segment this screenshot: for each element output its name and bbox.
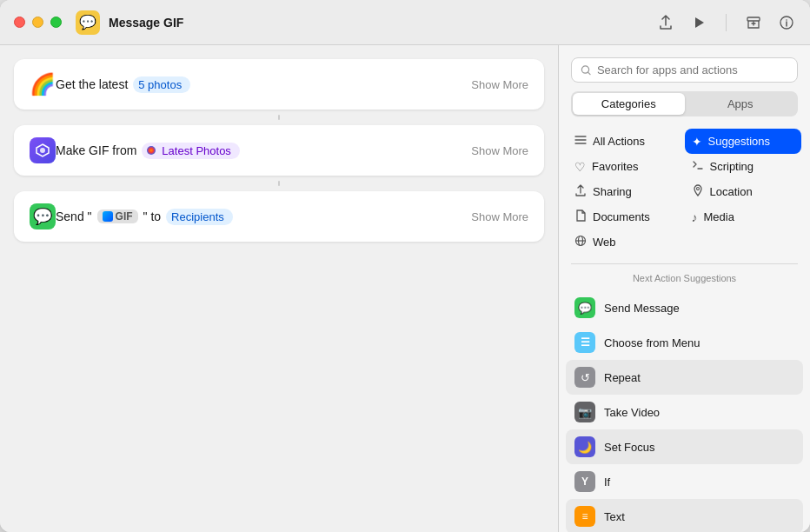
category-all-actions[interactable]: All Actions (568, 129, 685, 154)
info-button[interactable] (777, 13, 796, 32)
action-pill-recipients[interactable]: Recipients (166, 209, 233, 225)
connector-2 (278, 181, 280, 186)
sharing-icon (574, 184, 587, 199)
repeat-label: Repeat (604, 371, 641, 384)
documents-icon (574, 209, 587, 224)
suggestions-title: Next Action Suggestions (566, 268, 803, 290)
app-icon: 💬 (76, 10, 100, 35)
set-focus-label: Set Focus (604, 441, 655, 454)
connector (278, 115, 280, 120)
if-icon: Y (574, 471, 595, 492)
category-media[interactable]: ♪ Media (685, 204, 802, 229)
messages-icon: 💬 (30, 203, 56, 229)
action-text-make: Make GIF from (56, 143, 136, 157)
media-label: Media (704, 210, 734, 223)
svg-rect-0 (747, 17, 760, 21)
action-card-make-gif[interactable]: Make GIF from Latest Photos Show More (14, 125, 544, 176)
all-actions-label: All Actions (593, 135, 645, 148)
right-sidebar: Categories Apps All Actions (558, 45, 810, 532)
search-bar[interactable] (571, 57, 798, 83)
share-button[interactable] (656, 13, 675, 32)
svg-point-2 (786, 19, 787, 21)
main-content: 🌈 Get the latest 5 photos Show More (0, 45, 810, 532)
category-suggestions[interactable]: ✦ Suggestions (685, 129, 802, 154)
category-documents[interactable]: Documents (568, 204, 685, 229)
run-button[interactable] (689, 13, 708, 32)
web-icon (574, 235, 587, 249)
media-icon: ♪ (692, 210, 698, 224)
scripting-label: Scripting (710, 160, 754, 173)
scripting-icon (692, 159, 704, 174)
suggestion-choose-menu[interactable]: ☰ Choose from Menu (566, 325, 803, 360)
suggestion-repeat[interactable]: ↺ Repeat (566, 360, 803, 395)
titlebar: 💬 Message GIF (0, 0, 810, 45)
suggestion-set-focus[interactable]: 🌙 Set Focus (566, 429, 803, 464)
workflow-icon (30, 137, 56, 163)
action-text-send: Send " (56, 209, 92, 223)
sidebar-header: Categories Apps (559, 45, 810, 125)
titlebar-actions (656, 13, 796, 32)
take-video-icon: 📷 (574, 402, 595, 422)
show-more-btn-2[interactable]: Show More (471, 144, 528, 157)
category-toggle: Categories Apps (571, 91, 798, 116)
location-icon (692, 184, 704, 199)
text-icon: ≡ (574, 506, 595, 527)
suggestion-send-message[interactable]: 💬 Send Message (566, 290, 803, 325)
show-more-btn[interactable]: Show More (471, 78, 528, 91)
web-label: Web (593, 236, 616, 249)
divider (726, 14, 727, 31)
if-label: If (604, 475, 610, 489)
action-pill-latest[interactable]: Latest Photos (142, 143, 240, 159)
minimize-button[interactable] (32, 17, 43, 28)
category-favorites[interactable]: ♡ Favorites (568, 154, 685, 179)
photos-icon: 🌈 (30, 71, 56, 97)
action-card-send[interactable]: 💬 Send " GIF " to Recipients Show More (14, 191, 544, 242)
action-content-send: Send " GIF " to Recipients (56, 209, 471, 225)
action-text: Get the latest (56, 77, 128, 91)
action-card-get-latest[interactable]: 🌈 Get the latest 5 photos Show More (14, 59, 544, 110)
documents-label: Documents (593, 210, 650, 223)
maximize-button[interactable] (50, 17, 62, 28)
search-icon (581, 64, 592, 76)
category-web[interactable]: Web (568, 229, 685, 255)
all-actions-icon (574, 134, 587, 149)
main-window: 💬 Message GIF (0, 0, 810, 532)
repeat-icon: ↺ (574, 367, 595, 388)
sharing-label: Sharing (593, 185, 632, 198)
favorites-icon: ♡ (574, 160, 586, 174)
send-message-icon: 💬 (574, 297, 595, 318)
suggestion-take-video[interactable]: 📷 Take Video (566, 395, 803, 429)
toggle-apps[interactable]: Apps (685, 93, 797, 115)
show-more-btn-3[interactable]: Show More (471, 210, 528, 223)
favorites-label: Favorites (592, 160, 638, 173)
location-label: Location (710, 185, 753, 198)
action-content-gif: Make GIF from Latest Photos (56, 143, 471, 159)
suggestions-section: Next Action Suggestions 💬 Send Message ☰… (559, 268, 810, 532)
workflow-area: 🌈 Get the latest 5 photos Show More (0, 45, 558, 532)
traffic-lights (14, 17, 62, 28)
toggle-categories[interactable]: Categories (573, 93, 685, 115)
category-scripting[interactable]: Scripting (685, 154, 802, 179)
svg-point-5 (696, 188, 699, 190)
take-video-label: Take Video (604, 406, 660, 419)
send-message-label: Send Message (604, 302, 680, 315)
category-sharing[interactable]: Sharing (568, 179, 685, 204)
svg-point-3 (40, 148, 45, 153)
divider (571, 263, 798, 264)
archive-button[interactable] (744, 13, 763, 32)
choose-menu-icon: ☰ (574, 332, 595, 353)
category-location[interactable]: Location (685, 179, 802, 204)
close-button[interactable] (14, 17, 25, 28)
set-focus-icon: 🌙 (574, 436, 595, 457)
search-input[interactable] (597, 63, 788, 76)
action-pill-photos[interactable]: 5 photos (133, 76, 190, 93)
suggestions-icon: ✦ (692, 135, 702, 149)
text-label: Text (604, 510, 625, 523)
categories-grid: All Actions ✦ Suggestions ♡ Favorites (559, 125, 810, 260)
suggestions-label: Suggestions (708, 135, 771, 148)
action-text-to: " to (143, 209, 162, 223)
window-title: Message GIF (109, 16, 656, 30)
choose-menu-label: Choose from Menu (604, 336, 700, 349)
suggestion-text[interactable]: ≡ Text (566, 499, 803, 532)
suggestion-if[interactable]: Y If (566, 464, 803, 499)
